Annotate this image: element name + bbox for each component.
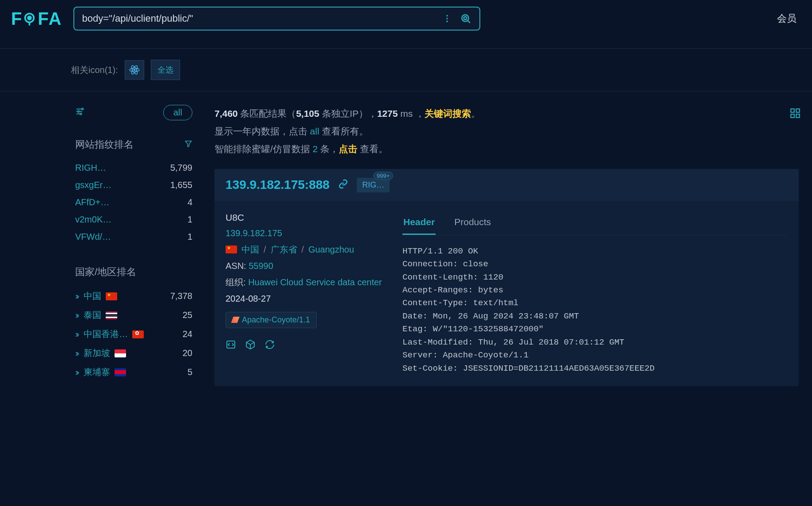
asn-link[interactable]: 55990 [249,261,273,271]
summary-line-3: 智能排除蜜罐/仿冒数据 2 条，点击 查看。 [214,140,799,158]
rank-name: AFfD+… [75,197,109,207]
rank-name: v2m0K… [75,215,111,225]
country-panel: 国家/地区排名 ››中国7,378››泰国25››中国香港…24››新加坡20›… [75,265,192,382]
loc-city[interactable]: Guangzhou [308,245,354,255]
all-link[interactable]: all [310,126,319,136]
country-list: ››中国7,378››泰国25››中国香港…24››新加坡20››柬埔寨5 [75,287,192,382]
fingerprint-row[interactable]: v2m0K…1 [75,211,192,228]
chevron-right-icon: ›› [75,348,77,358]
country-count: 7,378 [170,291,192,301]
fingerprint-row[interactable]: AFfD+…4 [75,194,192,211]
search-box [73,7,480,31]
site-title: U8C [226,212,389,223]
click-link[interactable]: 点击 [339,144,357,154]
chevron-right-icon: ›› [75,291,77,301]
logo[interactable]: F FA [11,9,62,29]
tab-header[interactable]: Header [402,212,436,235]
location-row: 中国 / 广东省 / Guangzhou [226,244,389,256]
search-icon[interactable] [460,13,471,24]
loc-region[interactable]: 广东省 [271,244,297,256]
country-head: 国家/地区排名 [75,265,192,279]
tech-badge[interactable]: Apache-Coyote/1.1 [226,312,317,328]
svg-point-5 [446,21,448,23]
country-row[interactable]: ››新加坡20 [75,344,192,363]
search-actions [442,13,471,24]
loc-sep-2: / [302,245,304,255]
flag-icon [132,330,144,338]
country-name: 中国香港… [84,328,128,340]
flag-icon [106,311,117,319]
svg-point-3 [446,15,448,17]
org-link[interactable]: Huawei Cloud Service data center [248,277,382,287]
rank-name: VFWd/… [75,232,111,242]
summary-line-2: 显示一年内数据，点击 all 查看所有。 [214,123,799,140]
code-icon[interactable] [226,339,236,352]
svg-point-8 [463,17,467,20]
svg-point-18 [80,113,82,115]
more-options-icon[interactable] [442,14,452,23]
keyword-search[interactable]: 关键词搜索 [425,108,471,119]
country-row[interactable]: ››泰国25 [75,306,192,325]
summary: 7,460 条匹配结果（5,105 条独立IP），1275 ms ，关键词搜索。… [214,105,799,158]
svg-point-17 [78,111,80,112]
fingerprint-row[interactable]: gsxgEr…1,655 [75,176,192,194]
favicon-item[interactable] [125,60,144,80]
header-bar: F FA 会员 [0,0,812,37]
total-count: 7,460 [214,108,238,119]
card-right: Header Products HTTP/1.1 200 OK Connecti… [402,212,788,375]
country-count: 20 [183,348,192,358]
country-name: 新加坡 [84,347,110,359]
fingerprint-title: 网站指纹排名 [75,138,134,151]
tabs: Header Products [402,212,788,235]
svg-line-7 [467,20,470,23]
all-pill[interactable]: all [163,105,192,120]
flag-icon [226,245,237,253]
filter-icon[interactable] [75,107,85,119]
country-row[interactable]: ››中国7,378 [75,287,192,306]
fingerprint-row[interactable]: VFWd/…1 [75,228,192,245]
country-count: 24 [183,329,192,339]
fingerprint-row[interactable]: RIGH…5,799 [75,159,192,176]
tag-text: RIG… [362,180,384,189]
honeypot-prefix: 智能排除蜜罐/仿冒数据 [214,144,313,154]
cube-icon[interactable] [245,339,256,352]
flag-icon [106,292,117,300]
view-grid-icon[interactable] [789,107,801,125]
rank-count: 1,655 [170,180,192,190]
asn-row: ASN: 55990 [226,261,389,271]
external-link-icon[interactable] [338,179,348,191]
country-name: 柬埔寨 [84,366,110,378]
chevron-right-icon: ›› [75,329,77,339]
card-head: 139.9.182.175:888 RIG… 999+ [214,169,799,201]
date-row: 2024-08-27 [226,294,389,304]
svg-point-6 [462,15,468,21]
logo-text-f: F [11,9,23,29]
chevron-right-icon: ›› [75,310,77,320]
member-link[interactable]: 会员 [777,12,801,25]
chevron-right-icon: ›› [75,367,77,377]
main-area: 7,460 条匹配结果（5,105 条独立IP），1275 ms ，关键词搜索。… [214,105,812,402]
country-row[interactable]: ››中国香港…24 [75,325,192,344]
view-text: 查看。 [357,144,388,154]
loc-country[interactable]: 中国 [241,244,259,256]
svg-point-4 [446,18,448,19]
tab-products[interactable]: Products [453,212,492,235]
fingerprint-panel: 网站指纹排名 RIGH…5,799gsxgEr…1,655AFfD+…4v2m0… [75,138,192,245]
logo-icon [23,11,38,26]
refresh-icon[interactable] [264,339,275,352]
svg-rect-21 [791,114,794,118]
svg-point-12 [134,69,135,70]
period-prefix: 显示一年内数据，点击 [214,126,310,136]
country-count: 25 [183,310,192,320]
search-input[interactable] [82,13,442,24]
tag-badge[interactable]: RIG… 999+ [357,178,390,192]
select-all-button[interactable]: 全选 [151,60,180,80]
loc-sep-1: / [264,245,266,255]
related-icon-bar: 相关icon(1): 全选 [0,48,812,92]
ip-port[interactable]: 139.9.182.175:888 [226,178,329,192]
country-row[interactable]: ››柬埔寨5 [75,363,192,382]
unique-count: 5,105 [296,108,319,119]
filter-funnel-icon[interactable] [184,140,192,150]
apache-icon [231,317,239,323]
ip-link[interactable]: 139.9.182.175 [226,228,389,238]
